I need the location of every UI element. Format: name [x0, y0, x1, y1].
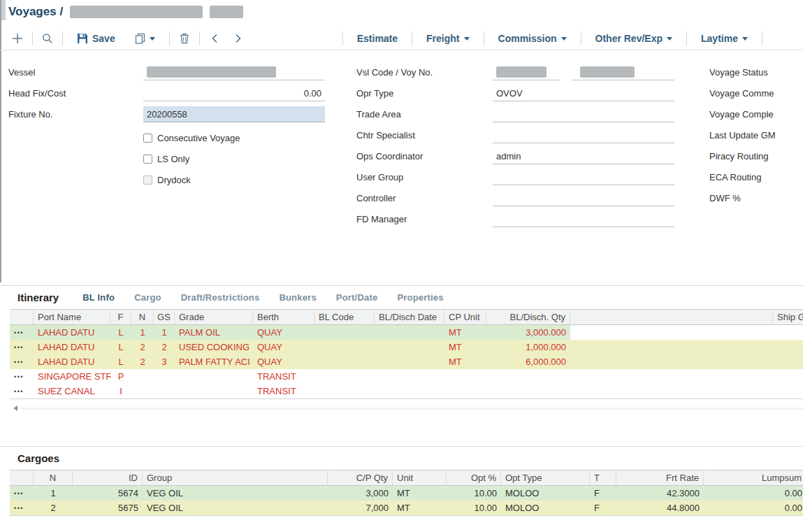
row-menu-button[interactable]: •••	[10, 486, 34, 501]
column-header-f[interactable]: F	[110, 310, 131, 324]
table-cell[interactable]: QUAY	[253, 340, 314, 354]
table-cell[interactable]	[154, 369, 175, 384]
table-cell[interactable]: F	[590, 486, 616, 501]
table-cell[interactable]: PALM FATTY ACI	[175, 354, 253, 369]
column-header-frt-rate[interactable]: Frt Rate	[616, 470, 704, 485]
table-cell[interactable]: 2	[34, 501, 73, 515]
tab-cargo[interactable]: Cargo	[134, 292, 161, 303]
table-cell[interactable]: 0.00	[704, 501, 803, 515]
delete-button[interactable]	[177, 30, 192, 47]
voy-no-field[interactable]	[572, 64, 674, 80]
table-cell[interactable]: VEG OIL	[143, 501, 328, 515]
table-cell[interactable]	[570, 325, 773, 340]
table-cell[interactable]: 3,000.000	[486, 325, 570, 340]
ls-only-checkbox[interactable]: LS Only	[143, 152, 189, 165]
table-cell[interactable]: P	[110, 369, 131, 384]
table-cell[interactable]	[773, 384, 803, 398]
table-cell[interactable]: 1	[131, 325, 154, 340]
column-header-ship-gr[interactable]: Ship Gr	[773, 310, 803, 324]
table-cell[interactable]: 1	[154, 325, 175, 340]
trade-area-field[interactable]	[493, 106, 674, 122]
other-rev-exp-menu-button[interactable]: Other Rev/Exp	[588, 33, 679, 44]
column-header-berth[interactable]: Berth	[253, 310, 314, 324]
consecutive-voyage-checkbox[interactable]: Consecutive Voyage	[143, 131, 240, 144]
add-button[interactable]	[10, 30, 25, 47]
column-header-cp-unit[interactable]: CP Unit	[444, 310, 486, 324]
table-cell[interactable]: PALM OIL	[175, 325, 253, 340]
table-cell[interactable]: 6,000.000	[486, 354, 570, 369]
table-cell[interactable]	[175, 369, 253, 384]
column-header-t[interactable]: T	[590, 470, 616, 485]
search-button[interactable]	[40, 30, 55, 47]
table-cell[interactable]	[314, 340, 375, 354]
table-cell[interactable]	[314, 325, 375, 340]
table-cell[interactable]	[314, 369, 375, 384]
column-header-unit[interactable]: Unit	[393, 470, 447, 485]
copy-menu-button[interactable]	[128, 33, 162, 44]
column-header-n[interactable]: N	[131, 310, 154, 324]
column-header-lumpsum[interactable]: Lumpsum	[704, 470, 803, 485]
table-cell[interactable]: 1	[34, 486, 73, 501]
table-cell[interactable]: 10.00	[447, 486, 501, 501]
row-menu-button[interactable]: •••	[10, 384, 34, 398]
table-cell[interactable]	[444, 384, 486, 398]
table-cell[interactable]: 3	[154, 354, 175, 369]
column-header-group[interactable]: Group	[143, 470, 328, 485]
tab-properties[interactable]: Properties	[397, 292, 443, 303]
table-cell[interactable]: MOLOO	[501, 486, 590, 501]
table-cell[interactable]	[486, 369, 570, 384]
table-cell[interactable]: 3,000	[328, 486, 393, 501]
column-header-id[interactable]: ID	[73, 470, 143, 485]
table-cell[interactable]	[154, 384, 175, 398]
table-cell[interactable]: TRANSIT	[253, 369, 314, 384]
table-cell[interactable]: LAHAD DATU	[34, 354, 110, 369]
column-header-grade[interactable]: Grade	[175, 310, 253, 324]
table-cell[interactable]: MT	[393, 501, 447, 515]
table-cell[interactable]: LAHAD DATU	[34, 325, 110, 340]
vsl-code-field[interactable]	[493, 64, 559, 80]
table-cell[interactable]: 1,000.000	[486, 340, 570, 354]
table-cell[interactable]: L	[110, 325, 131, 340]
table-cell[interactable]: VEG OIL	[143, 486, 328, 501]
table-cell[interactable]: TRANSIT	[253, 384, 314, 398]
table-cell[interactable]: 42.3000	[616, 486, 704, 501]
table-cell[interactable]	[375, 340, 444, 354]
table-cell[interactable]: 5674	[73, 486, 143, 501]
tab-bunkers[interactable]: Bunkers	[279, 292, 316, 303]
row-menu-button[interactable]: •••	[10, 501, 34, 515]
commission-menu-button[interactable]: Commission	[491, 33, 574, 44]
row-menu-button[interactable]: •••	[10, 369, 34, 384]
table-cell[interactable]	[444, 369, 486, 384]
tab-bl-info[interactable]: BL Info	[82, 292, 115, 303]
checkbox-box-icon[interactable]	[143, 134, 152, 143]
table-cell[interactable]: 2	[154, 340, 175, 354]
fixture-no-field[interactable]: 20200558	[143, 106, 325, 122]
next-button[interactable]	[231, 30, 246, 47]
table-cell[interactable]: 0.00	[704, 486, 803, 501]
estimate-button[interactable]: Estimate	[350, 33, 405, 44]
table-cell[interactable]	[375, 354, 444, 369]
fd-manager-field[interactable]	[493, 211, 674, 227]
row-menu-button[interactable]: •••	[10, 354, 34, 369]
column-header-port-name[interactable]: Port Name	[34, 310, 110, 324]
table-cell[interactable]	[570, 384, 773, 398]
column-header-c-p-qty[interactable]: C/P Qty	[328, 470, 393, 485]
table-cell[interactable]	[773, 325, 803, 340]
table-cell[interactable]: F	[590, 501, 616, 515]
horizontal-scrollbar[interactable]	[10, 403, 803, 414]
row-menu-button[interactable]: •••	[10, 325, 34, 340]
column-header-n[interactable]: N	[34, 470, 73, 485]
opr-type-field[interactable]: OVOV	[493, 85, 674, 101]
freight-menu-button[interactable]: Freight	[419, 33, 476, 44]
prev-button[interactable]	[207, 30, 222, 47]
tab-port-date[interactable]: Port/Date	[336, 292, 378, 303]
column-header-bl-disch-qty[interactable]: BL/Disch. Qty	[486, 310, 570, 324]
table-cell[interactable]: SINGAPORE STRA	[34, 369, 110, 384]
table-cell[interactable]	[570, 369, 773, 384]
table-cell[interactable]: USED COOKING	[175, 340, 253, 354]
user-group-field[interactable]	[493, 169, 674, 185]
column-header-blank[interactable]	[570, 310, 773, 324]
column-header-gs[interactable]: GS	[154, 310, 175, 324]
scrollbar-track[interactable]	[21, 408, 803, 410]
table-cell[interactable]: 5675	[73, 501, 143, 515]
